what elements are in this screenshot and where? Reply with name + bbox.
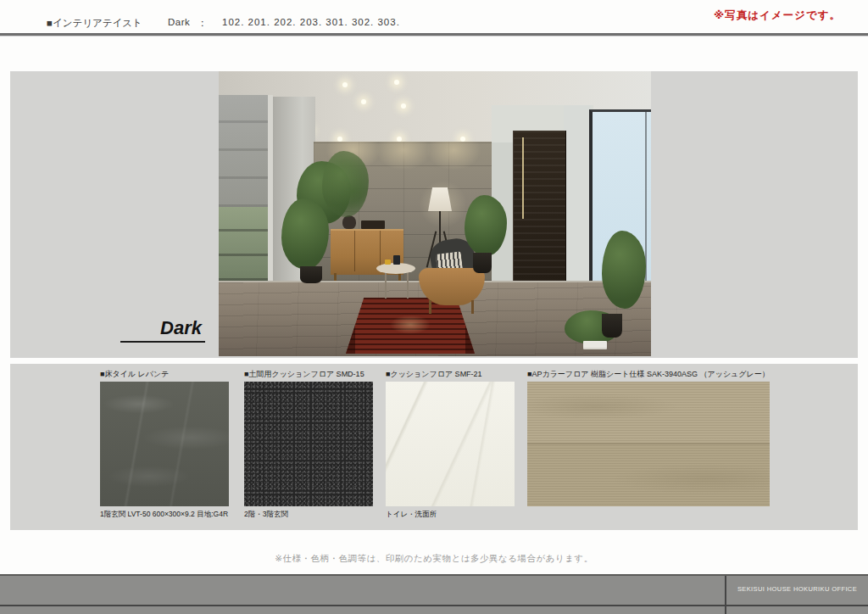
sample-caption-entrance-1f: 1階玄関 LVT-50 600×300×9.2 目地:G4R (100, 510, 228, 520)
swatch-dark-speckled-floor (244, 382, 373, 506)
plant-pot (300, 266, 322, 283)
sideboard-leg (334, 273, 337, 281)
sample-caption-toilet-washroom: トイレ・洗面所 (386, 510, 437, 520)
living-room-photo (219, 71, 651, 356)
material-samples-panel: ■床タイル レバンテ ■土間用クッションフロア SMD-15 ■クッションフロア… (10, 364, 858, 530)
downlight-icon (394, 80, 399, 85)
side-table-leg (407, 271, 409, 299)
chair-leg (429, 300, 431, 314)
downlight-icon (401, 103, 406, 109)
radio-on-sideboard (361, 220, 385, 229)
kilim-rug (346, 298, 475, 354)
room-numbers: 102. 201. 202. 203. 301. 302. 303. (222, 17, 400, 27)
entry-door (513, 131, 566, 282)
stacked-books (583, 341, 607, 348)
mug (393, 255, 400, 265)
taste-separator: ： (198, 17, 208, 30)
cup (385, 260, 391, 265)
swatch-dark-stone-tile (100, 382, 229, 506)
sample-label-cushion-floor: ■クッションフロア SMF-21 (386, 369, 482, 380)
spec-sheet-page: ■インテリアテイスト Dark ： 102. 201. 202. 203. 30… (0, 0, 868, 614)
roman-shade (219, 95, 271, 207)
taste-name: Dark (168, 17, 190, 27)
downlight-icon (342, 82, 348, 87)
downlight-icon (361, 99, 366, 104)
door-light-strip (522, 137, 524, 219)
plant-pot (602, 314, 622, 338)
chair-leg (471, 300, 474, 314)
bonsai-decor (342, 215, 356, 229)
photo-right-wall (564, 105, 591, 282)
sideboard-leg (398, 273, 401, 281)
sample-caption-entrance-2f-3f: 2階・3階玄関 (244, 510, 288, 520)
swatch-ash-grey-wood-floor (527, 382, 770, 506)
header-divider (0, 33, 868, 36)
photo-disclaimer-note: ※写真はイメージです。 (714, 8, 841, 23)
photo-panel: Dark (10, 71, 858, 358)
footer-horizontal-rule (0, 605, 868, 606)
footer-vertical-rule (725, 576, 726, 614)
side-table-leg (385, 271, 387, 299)
office-name: SEKISUI HOUSE HOKURIKU OFFICE (726, 585, 868, 593)
interior-taste-heading: ■インテリアテイスト (47, 17, 142, 30)
taste-label-underlined: Dark (120, 317, 205, 343)
footer-bar: SEKISUI HOUSE HOKURIKU OFFICE (0, 574, 868, 614)
sideboard-seam (354, 231, 355, 271)
sample-label-floor-tile: ■床タイル レバンテ (100, 369, 169, 380)
swatch-white-marble-floor (386, 382, 515, 506)
sample-label-ap-color-floor: ■APカラーフロア 樹脂シート仕様 SAK-3940ASG （アッシュグレー） (527, 369, 770, 380)
sample-label-doma-cushion-floor: ■土間用クッションフロア SMD-15 (244, 369, 364, 380)
print-disclaimer-note: ※仕様・色柄・色調等は、印刷のため実物とは多少異なる場合があります。 (0, 553, 868, 565)
plant-pot (473, 253, 492, 273)
